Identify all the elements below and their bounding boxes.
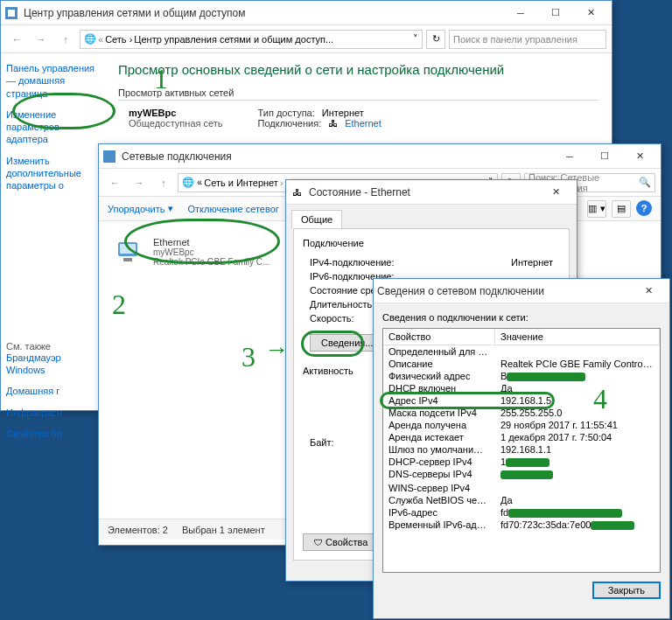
table-row[interactable]: DHCP включенДа bbox=[383, 382, 660, 394]
maximize-button[interactable]: ☐ bbox=[538, 2, 573, 24]
adapter-item-ethernet[interactable]: Ethernet myWEBpc Realtek PCIe GBE Family… bbox=[111, 233, 277, 272]
svg-rect-4 bbox=[120, 244, 136, 254]
app-icon bbox=[102, 150, 116, 164]
titlebar[interactable]: Центр управления сетями и общим доступом… bbox=[1, 1, 612, 25]
table-row[interactable]: Аренда получена29 ноября 2017 г. 11:55:4… bbox=[383, 419, 660, 431]
property-cell: Определенный для по... bbox=[383, 345, 495, 358]
table-row[interactable]: DNS-серверы IPv4 bbox=[383, 468, 660, 480]
property-cell: DHCP включен bbox=[383, 382, 495, 394]
property-cell: Шлюз по умолчанию IP... bbox=[383, 443, 495, 456]
property-cell: Маска подсети IPv4 bbox=[383, 407, 495, 419]
forward-button[interactable]: → bbox=[129, 172, 150, 193]
navbar: ← → ↑ 🌐 « Сеть › Центр управления сетями… bbox=[1, 25, 612, 53]
titlebar[interactable]: Сведения о сетевом подключении ✕ bbox=[374, 279, 669, 303]
value-cell bbox=[495, 345, 660, 358]
window-title: Сетевые подключения bbox=[122, 150, 552, 163]
active-networks-label: Просмотр активных сетей bbox=[118, 87, 599, 101]
sidebar-infrared-link[interactable]: Инфракрасн bbox=[6, 407, 101, 419]
bytes-label: Байт: bbox=[310, 437, 334, 448]
network-icon: 🖧 bbox=[328, 118, 338, 129]
table-row[interactable]: Определенный для по... bbox=[383, 345, 660, 358]
sidebar-internet-link[interactable]: Свойства бр bbox=[6, 428, 101, 440]
titlebar[interactable]: 🖧 Состояние - Ethernet ✕ bbox=[286, 180, 577, 205]
up-button[interactable]: ↑ bbox=[55, 29, 76, 50]
table-row[interactable]: Физический адресB bbox=[383, 370, 660, 382]
value-cell: B bbox=[495, 370, 660, 382]
back-button[interactable]: ← bbox=[104, 172, 125, 193]
sidebar-homegroup-link[interactable]: Домашняя г bbox=[6, 385, 101, 397]
selection-status: Выбран 1 элемент bbox=[182, 525, 265, 535]
connection-group-label: Подключение bbox=[303, 238, 560, 248]
property-cell: Описание bbox=[383, 358, 495, 370]
table-row[interactable]: ОписаниеRealtek PCIe GBE Family Controll… bbox=[383, 358, 660, 370]
property-cell: Временный IPv6-адрес bbox=[383, 519, 495, 531]
sidebar-sharing-link[interactable]: Изменить дополнительные параметры о bbox=[6, 155, 101, 192]
sidebar-home-link[interactable]: Панель управления — домашняя страница bbox=[6, 62, 101, 100]
organize-menu[interactable]: Упорядочить ▾ bbox=[108, 203, 173, 214]
property-cell: WINS-сервер IPv4 bbox=[383, 482, 495, 494]
adapter-device: Realtek PCIe GBE Family C... bbox=[153, 257, 270, 267]
properties-button[interactable]: Свойства bbox=[303, 533, 379, 551]
value-cell: Да bbox=[495, 382, 660, 394]
table-row[interactable]: Адрес IPv4192.168.1.5 bbox=[383, 394, 660, 407]
value-cell: 29 ноября 2017 г. 11:55:41 bbox=[495, 419, 660, 431]
close-button[interactable]: ✕ bbox=[622, 145, 657, 168]
property-cell: IPv6-адрес bbox=[383, 506, 495, 519]
tab-general[interactable]: Общие bbox=[291, 210, 342, 228]
forward-button[interactable]: → bbox=[31, 29, 52, 50]
minimize-button[interactable]: ─ bbox=[503, 2, 538, 24]
table-row[interactable]: Аренда истекает1 декабря 2017 г. 7:50:04 bbox=[383, 431, 660, 443]
close-button[interactable]: ✕ bbox=[573, 2, 608, 24]
preview-button[interactable]: ▤ bbox=[612, 200, 631, 218]
see-also-label: См. также bbox=[6, 341, 101, 352]
value-cell: 192.168.1.1 bbox=[495, 443, 660, 456]
network-name: myWEBpc bbox=[129, 108, 176, 118]
sidebar: Панель управления — домашняя страница Из… bbox=[1, 53, 106, 410]
col-value[interactable]: Значение bbox=[495, 329, 660, 345]
adapter-name: Ethernet bbox=[153, 237, 270, 247]
table-row[interactable]: IPv6-адресfd bbox=[383, 506, 660, 519]
value-cell: 255.255.255.0 bbox=[495, 407, 660, 419]
connection-link[interactable]: Ethernet bbox=[345, 118, 382, 129]
network-icon: 🖧 bbox=[290, 185, 304, 199]
close-button[interactable]: ✕ bbox=[631, 280, 666, 303]
table-row[interactable]: DHCP-сервер IPv41 bbox=[383, 456, 660, 468]
back-button[interactable]: ← bbox=[6, 29, 27, 50]
table-row[interactable]: WINS-сервер IPv4 bbox=[383, 482, 660, 494]
table-row[interactable]: Шлюз по умолчанию IP...192.168.1.1 bbox=[383, 443, 660, 456]
bc-icon: 🌐 bbox=[84, 33, 96, 45]
breadcrumb[interactable]: 🌐 « Сеть › Центр управления сетями и общ… bbox=[80, 30, 423, 49]
search-input[interactable]: Поиск в панели управления bbox=[449, 30, 606, 49]
table-row[interactable]: Временный IPv6-адресfd70:723c:35da:7e00 bbox=[383, 519, 660, 531]
close-details-button[interactable]: Закрыть bbox=[592, 582, 661, 599]
titlebar[interactable]: Сетевые подключения ─ ☐ ✕ bbox=[99, 144, 661, 169]
svg-rect-5 bbox=[123, 258, 132, 261]
app-icon bbox=[4, 6, 18, 20]
sidebar-adapter-link[interactable]: Изменение параметров адаптера bbox=[6, 108, 101, 146]
close-button[interactable]: ✕ bbox=[538, 181, 573, 204]
item-count: Элементов: 2 bbox=[108, 525, 168, 535]
minimize-button[interactable]: ─ bbox=[552, 145, 587, 168]
value-cell: fd70:723c:35da:7e00 bbox=[495, 519, 660, 531]
table-row[interactable]: Служба NetBIOS через...Да bbox=[383, 494, 660, 506]
media-state-label: Состояние сре bbox=[310, 285, 376, 296]
table-row[interactable]: Маска подсети IPv4255.255.255.0 bbox=[383, 407, 660, 419]
sidebar-firewall-link[interactable]: Брандмауэр Windows bbox=[6, 352, 101, 377]
maximize-button[interactable]: ☐ bbox=[587, 145, 622, 168]
up-button[interactable]: ↑ bbox=[153, 172, 174, 193]
value-cell: 1 декабря 2017 г. 7:50:04 bbox=[495, 431, 660, 443]
disable-device-button[interactable]: Отключение сетевог bbox=[187, 204, 278, 214]
refresh-button[interactable]: ↻ bbox=[426, 30, 445, 49]
property-cell: Служба NetBIOS через... bbox=[383, 494, 495, 506]
property-cell: DHCP-сервер IPv4 bbox=[383, 456, 495, 468]
adapter-icon bbox=[115, 237, 146, 268]
duration-label: Длительность bbox=[310, 299, 372, 310]
help-button[interactable]: ? bbox=[636, 200, 652, 216]
page-title: Просмотр основных сведений о сети и наст… bbox=[118, 62, 599, 77]
col-property[interactable]: Свойство bbox=[383, 329, 495, 345]
window-title: Состояние - Ethernet bbox=[309, 186, 538, 199]
property-cell: Аренда получена bbox=[383, 419, 495, 431]
property-cell: Адрес IPv4 bbox=[383, 394, 495, 407]
ipv4-value: Интернет bbox=[511, 257, 553, 268]
view-button[interactable]: ▥ ▾ bbox=[587, 200, 606, 218]
